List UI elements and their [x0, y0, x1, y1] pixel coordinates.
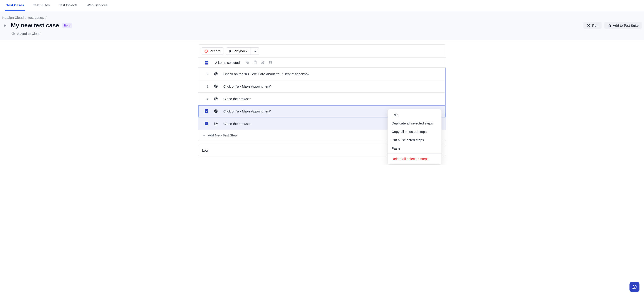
svg-marker-1: [588, 25, 589, 26]
ctx-copy[interactable]: Copy all selected steps: [388, 127, 442, 136]
breadcrumb-separator: /: [26, 16, 26, 19]
step-row[interactable]: 2 Check on the 'h3 - We Care About Your …: [198, 68, 446, 80]
svg-rect-6: [255, 61, 256, 61]
copy-icon[interactable]: [246, 60, 249, 65]
saved-status: Saved to Cloud: [2, 31, 642, 35]
top-tabs: Test Cases Test Suites Test Objects Web …: [0, 0, 644, 11]
step-text: Close the browser: [223, 97, 251, 101]
add-step-label: Add New Test Step: [208, 133, 237, 137]
playback-group: Playback: [226, 47, 259, 55]
svg-point-24: [215, 123, 216, 124]
ctx-paste[interactable]: Paste: [388, 144, 442, 152]
scrollbar[interactable]: [445, 68, 446, 114]
add-to-test-suite-button[interactable]: Add to Test Suite: [604, 22, 642, 29]
run-label: Run: [592, 23, 598, 27]
play-circle-icon: [587, 24, 590, 27]
select-all-checkbox[interactable]: [205, 61, 208, 64]
play-icon: [230, 50, 232, 52]
svg-point-15: [215, 86, 216, 87]
playback-label: Playback: [234, 49, 248, 53]
record-label: Record: [210, 49, 220, 53]
tab-test-objects[interactable]: Test Objects: [57, 0, 79, 11]
chevron-down-icon: [254, 49, 256, 52]
beta-badge: Beta: [62, 23, 72, 28]
target-icon: [214, 109, 218, 113]
breadcrumb-separator: /: [46, 16, 46, 19]
plus-icon: [202, 134, 206, 137]
context-menu: Edit Duplicate all selected steps Copy a…: [388, 109, 442, 164]
main-content: Record Playback 2 items selected: [0, 40, 644, 165]
step-text: Click on 'a - Make Appointment': [223, 84, 271, 88]
saved-label: Saved to Cloud: [17, 32, 40, 35]
breadcrumb-item[interactable]: Katalon Cloud: [2, 16, 24, 19]
cut-icon[interactable]: [261, 60, 265, 65]
step-text: Check on the 'h3 - We Care About Your He…: [223, 72, 309, 76]
cloud-check-icon: [11, 31, 16, 35]
record-button[interactable]: Record: [201, 47, 224, 55]
target-icon: [214, 72, 218, 76]
tab-web-services[interactable]: Web Services: [85, 0, 109, 11]
selection-bar: 2 items selected: [198, 58, 446, 68]
target-icon: [214, 97, 218, 101]
ctx-edit[interactable]: Edit: [388, 111, 442, 119]
step-row[interactable]: 3 Click on 'a - Make Appointment': [198, 80, 446, 93]
record-icon: [204, 50, 208, 53]
breadcrumb: Katalon Cloud / test-cases /: [2, 16, 642, 19]
step-index: 4: [205, 97, 208, 101]
selection-count: 2 items selected: [215, 61, 240, 64]
ctx-delete[interactable]: Delete all selected steps: [388, 154, 442, 163]
run-button[interactable]: Run: [584, 22, 602, 29]
svg-point-21: [215, 110, 216, 112]
test-steps-card: Record Playback 2 items selected: [198, 44, 446, 141]
svg-point-8: [263, 63, 264, 64]
page-title: My new test case: [11, 22, 59, 29]
arrow-left-icon: [3, 23, 7, 28]
back-button[interactable]: [2, 23, 8, 28]
playback-button[interactable]: Playback: [226, 47, 250, 55]
tab-test-suites[interactable]: Test Suites: [32, 0, 51, 11]
svg-point-18: [215, 98, 216, 99]
step-row[interactable]: 4 Close the browser: [198, 93, 446, 105]
page-header: Katalon Cloud / test-cases / My new test…: [0, 11, 644, 40]
tab-test-cases[interactable]: Test Cases: [5, 0, 26, 11]
step-text: Close the browser: [223, 122, 251, 126]
ctx-separator: [388, 153, 442, 154]
target-icon: [214, 122, 218, 126]
step-text: Click on 'a - Make Appointment': [223, 109, 271, 113]
breadcrumb-item[interactable]: test-cases: [28, 16, 44, 19]
delete-icon[interactable]: [269, 60, 272, 65]
target-icon: [214, 84, 218, 88]
file-plus-icon: [608, 24, 611, 27]
step-index: 2: [205, 72, 208, 76]
log-label: Log: [202, 148, 208, 152]
step-checkbox[interactable]: [205, 122, 208, 125]
paste-icon[interactable]: [253, 60, 257, 65]
ctx-duplicate[interactable]: Duplicate all selected steps: [388, 119, 442, 127]
step-checkbox[interactable]: [205, 109, 208, 113]
svg-point-7: [262, 63, 262, 64]
card-toolbar: Record Playback: [198, 45, 446, 58]
playback-dropdown-button[interactable]: [250, 47, 259, 55]
step-index: 3: [205, 84, 208, 88]
svg-point-12: [215, 73, 216, 74]
ctx-cut[interactable]: Cut all selected steps: [388, 136, 442, 144]
add-to-suite-label: Add to Test Suite: [613, 23, 638, 27]
